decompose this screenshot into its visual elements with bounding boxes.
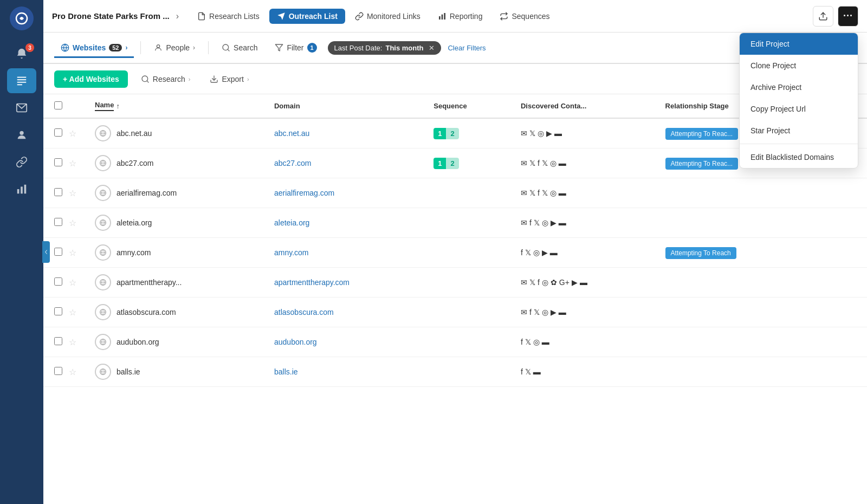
star-icon[interactable]: ☆ (69, 189, 76, 198)
star-icon[interactable]: ☆ (69, 248, 76, 257)
tab-research-lists[interactable]: Research Lists (190, 9, 267, 24)
svg-rect-7 (17, 189, 20, 193)
social-icon: ▶ (546, 129, 552, 138)
clear-filters-button[interactable]: Clear Filters (448, 44, 486, 52)
social-icon: f (538, 278, 540, 287)
cell-name: abc.net.au (86, 118, 266, 148)
domain-link[interactable]: abc27.com (274, 159, 311, 167)
col-star (67, 94, 86, 118)
sidebar-pull-tab[interactable] (42, 241, 50, 263)
star-icon[interactable]: ☆ (69, 159, 76, 168)
websites-chevron: › (125, 44, 127, 51)
dropdown-item-star-project[interactable]: Star Project (740, 120, 858, 141)
row-checkbox[interactable] (54, 188, 62, 196)
sub-tab-people-label: People (166, 43, 190, 52)
col-discovered-contacts[interactable]: Discovered Conta... (512, 94, 657, 118)
star-icon[interactable]: ☆ (69, 308, 76, 317)
row-name: aerialfiremag.com (117, 189, 177, 197)
social-icon: f (521, 248, 523, 257)
more-options-button[interactable]: ··· (838, 6, 858, 27)
row-checkbox[interactable] (54, 367, 62, 375)
search-button[interactable]: Search (215, 39, 264, 56)
sidebar-item-notifications[interactable]: 3 (7, 41, 36, 66)
sidebar-item-analytics[interactable] (7, 177, 36, 202)
sidebar-nav: 3 (0, 41, 43, 202)
star-icon[interactable]: ☆ (69, 278, 76, 287)
social-icon: 𝕏 (542, 159, 548, 167)
social-icon: f (529, 308, 532, 316)
domain-link[interactable]: abc.net.au (274, 129, 309, 138)
sub-tab-websites-label: Websites (73, 43, 106, 52)
star-icon[interactable]: ☆ (69, 218, 76, 228)
cell-sequence (425, 208, 512, 238)
sidebar-item-email[interactable] (7, 95, 36, 120)
row-checkbox[interactable] (54, 128, 62, 137)
dropdown-item-archive-project[interactable]: Archive Project (740, 76, 858, 98)
star-icon[interactable]: ☆ (69, 129, 76, 138)
svg-line-22 (147, 81, 148, 82)
row-checkbox[interactable] (54, 218, 62, 226)
row-checkbox[interactable] (54, 248, 62, 256)
table-row: ☆ aerialfiremag.com aerialfiremag.com ✉𝕏… (43, 178, 867, 208)
domain-link[interactable]: aerialfiremag.com (274, 189, 334, 197)
tab-sequences[interactable]: Sequences (492, 9, 557, 24)
dropdown-item-edit-blacklisted-domains[interactable]: Edit Blacklisted Domains (740, 146, 858, 168)
sidebar-item-outreach[interactable] (7, 68, 36, 93)
domain-link[interactable]: amny.com (274, 248, 309, 257)
sub-tab-websites[interactable]: Websites 52 › (54, 39, 134, 58)
col-domain[interactable]: Domain (266, 94, 425, 118)
col-name[interactable]: Name ↑ (86, 94, 266, 118)
svg-marker-10 (277, 12, 284, 20)
select-all-checkbox[interactable] (54, 101, 62, 109)
cell-social-icons: ✉𝕏f𝕏◎▬ (512, 148, 657, 178)
filter-button[interactable]: Filter 1 (268, 38, 323, 57)
domain-link[interactable]: audubon.org (274, 338, 317, 346)
col-sequence[interactable]: Sequence (425, 94, 512, 118)
sidebar-item-links[interactable] (7, 150, 36, 175)
upload-button[interactable] (813, 6, 833, 27)
social-icon: ▬ (559, 159, 566, 167)
tab-monitored-links[interactable]: Monitored Links (347, 9, 428, 24)
social-icon: ▶ (572, 278, 578, 287)
relationship-badge: Attempting To Reac... (665, 158, 739, 170)
social-icon: f (529, 218, 532, 227)
row-name: aleteia.org (117, 218, 152, 227)
row-checkbox[interactable] (54, 337, 62, 345)
sidebar-item-contacts[interactable] (7, 122, 36, 147)
cell-domain: apartmenttherapy.com (266, 268, 425, 298)
dropdown-item-clone-project[interactable]: Clone Project (740, 55, 858, 76)
domain-link[interactable]: apartmenttherapy.com (274, 278, 350, 287)
cell-sequence: 1 2 (425, 118, 512, 148)
app-logo[interactable] (10, 7, 34, 30)
domain-link[interactable]: atlasobscura.com (274, 308, 334, 316)
sub-tab-people[interactable]: People › (147, 39, 202, 58)
cell-overview (812, 268, 867, 298)
cell-social-icons: ✉f𝕏◎▶▬ (512, 298, 657, 327)
research-button[interactable]: Research › (134, 70, 197, 88)
social-icon: ✉ (521, 189, 527, 197)
add-websites-button[interactable]: + Add Websites (54, 70, 128, 88)
star-icon[interactable]: ☆ (69, 367, 76, 377)
star-icon[interactable]: ☆ (69, 338, 76, 347)
tab-outreach-list[interactable]: Outreach List (269, 9, 345, 24)
filter-close-button[interactable]: ✕ (429, 44, 435, 52)
row-checkbox[interactable] (54, 277, 62, 286)
tab-reporting[interactable]: Reporting (430, 9, 490, 24)
active-filter-tag[interactable]: Last Post Date: This month ✕ (328, 41, 442, 55)
dropdown-item-edit-project[interactable]: Edit Project (740, 33, 858, 55)
svg-rect-11 (439, 16, 441, 20)
domain-link[interactable]: aleteia.org (274, 218, 309, 227)
dropdown-item-copy-project-url[interactable]: Copy Project Url (740, 98, 858, 120)
social-icon: ◎ (542, 278, 548, 287)
export-button[interactable]: Export › (203, 70, 255, 88)
cell-star: ☆ (67, 357, 86, 387)
cell-overview (812, 178, 867, 208)
cell-relationship-stage (657, 327, 812, 357)
row-checkbox[interactable] (54, 158, 62, 166)
cell-sequence (425, 298, 512, 327)
row-checkbox[interactable] (54, 307, 62, 315)
cell-name: audubon.org (86, 327, 266, 357)
domain-link[interactable]: balls.ie (274, 367, 298, 376)
cell-checkbox (43, 298, 67, 327)
cell-checkbox (43, 148, 67, 178)
